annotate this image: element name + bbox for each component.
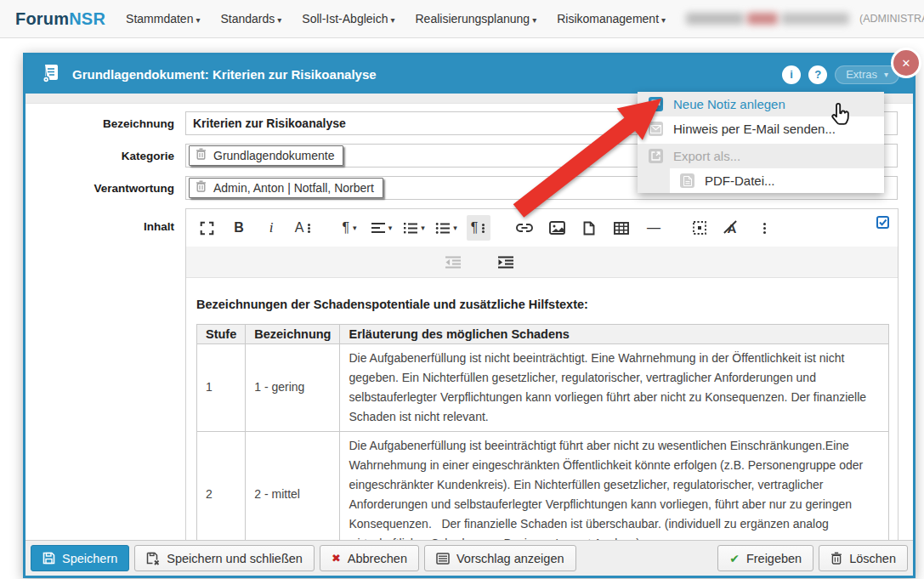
chevron-down-icon: ▾ <box>532 15 536 25</box>
table-cell-erlaeuterung-2: Die Aufgabenerfüllung ist beeinträchtigt… <box>340 431 889 542</box>
trash-icon <box>830 552 842 565</box>
clear-format-button[interactable]: A <box>720 215 744 241</box>
align-left-icon <box>371 222 385 234</box>
schadenspotentiale-table: Stufe Bezeichnung Erläuterung des möglic… <box>196 324 889 542</box>
more-dots-icon <box>308 227 310 230</box>
document-scroll-icon <box>39 62 61 88</box>
horizontal-rule-button[interactable]: — <box>642 215 666 241</box>
extras-button[interactable]: Extras▾ <box>835 65 899 84</box>
inhalt-label: Inhalt <box>26 220 174 233</box>
bold-button[interactable]: B <box>227 215 251 241</box>
menu-risikomanagement[interactable]: Risikomanagement▾ <box>557 12 666 26</box>
insert-file-button[interactable] <box>577 215 601 241</box>
rich-text-editor: B i A ¶▾ ▾ ▾ <box>185 208 898 542</box>
table-cell-stufe-2: 2 <box>197 431 246 542</box>
font-size-button[interactable]: A <box>292 215 315 241</box>
chevron-down-icon: ▾ <box>884 70 888 79</box>
unordered-list-button[interactable]: ▾ <box>434 215 458 241</box>
paragraph-style-button[interactable]: ¶ <box>467 215 490 241</box>
dotted-box-icon <box>693 221 706 235</box>
menu-item-export-as: Export als... <box>638 144 884 168</box>
italic-button[interactable]: i <box>259 215 283 241</box>
table-cell-stufe-1: 1 <box>197 344 246 432</box>
kategorie-tag[interactable]: Grundlagendokumente <box>189 145 343 166</box>
menu-item-new-note[interactable]: Neue Notiz anlegen <box>638 92 884 116</box>
align-button[interactable]: ▾ <box>370 215 394 241</box>
table-cell-bezeichnung-1: 1 - gering <box>246 344 340 432</box>
more-dots-icon <box>482 227 485 230</box>
table-row: 2 2 - mittel Die Aufgabenerfüllung ist b… <box>197 431 889 542</box>
link-icon <box>516 223 533 233</box>
paragraph-format-button[interactable]: ¶▾ <box>337 215 361 241</box>
ordered-list-button[interactable]: ▾ <box>402 215 426 241</box>
menu-standards[interactable]: Standards▾ <box>220 12 281 26</box>
envelope-icon <box>649 122 663 136</box>
indent-button[interactable] <box>494 249 518 275</box>
user-role-label: (ADMINISTRATOR) <box>859 13 924 25</box>
save-icon <box>43 552 55 565</box>
user-menu[interactable]: (ADMINISTRATOR) ▾ <box>686 13 924 25</box>
chevron-down-icon: ▾ <box>277 15 281 25</box>
table-header-erlaeuterung: Erläuterung des möglichen Schadens <box>340 325 889 344</box>
verantwortung-label: Verantwortung <box>26 182 174 195</box>
save-button[interactable]: Speichern <box>31 545 129 571</box>
dialog-header: Grundlagendokument: Kriterien zur Risiko… <box>26 55 913 94</box>
help-icon: ? <box>814 68 821 81</box>
verantwortung-tag[interactable]: Admin, Anton | Notfall, Norbert <box>189 178 383 198</box>
ordered-list-icon <box>403 222 417 235</box>
delete-button[interactable]: Löschen <box>819 545 908 571</box>
redacted-username <box>747 13 778 25</box>
outdent-button[interactable] <box>441 249 465 275</box>
table-header-row: Stufe Bezeichnung Erläuterung des möglic… <box>197 325 889 344</box>
content-heading: Bezeichnungen der Schadenspotentiale und… <box>196 298 889 311</box>
select-all-button[interactable] <box>688 215 711 241</box>
menu-item-email-hint[interactable]: Hinweis per E-Mail senden... <box>638 116 884 141</box>
app-window: ForumNSR Stammdaten▾ Standards▾ Soll-Ist… <box>0 0 924 579</box>
table-header-stufe: Stufe <box>197 325 246 344</box>
table-row: 1 1 - gering Die Aufgabenerfüllung ist n… <box>197 344 889 432</box>
chevron-down-icon: ▾ <box>353 224 357 232</box>
fullscreen-button[interactable] <box>195 215 218 241</box>
trash-icon[interactable] <box>196 180 207 195</box>
logo-part-1: Forum <box>15 9 69 28</box>
list-icon <box>436 553 450 565</box>
kebab-menu-icon <box>763 227 766 230</box>
note-icon <box>649 97 663 111</box>
menu-item-pdf-file[interactable]: PDF-Datei... <box>638 168 884 193</box>
release-button[interactable]: ✔ Freigeben <box>717 545 813 571</box>
trash-icon[interactable] <box>196 148 207 162</box>
outdent-icon <box>445 256 461 269</box>
help-button[interactable]: ? <box>808 65 827 84</box>
info-icon: i <box>790 68 793 81</box>
close-button[interactable]: ✕ <box>891 48 921 78</box>
editor-checkbox[interactable] <box>876 216 889 232</box>
chevron-down-icon: ▾ <box>390 15 394 25</box>
insert-image-button[interactable] <box>545 215 569 241</box>
menu-stammdaten[interactable]: Stammdaten▾ <box>126 12 200 26</box>
save-and-close-button[interactable]: Speichern und schließen <box>134 545 315 571</box>
chevron-down-icon: ▾ <box>453 224 457 232</box>
info-button[interactable]: i <box>782 65 801 84</box>
close-icon: ✕ <box>902 57 911 70</box>
editor-content-area[interactable]: Bezeichnungen der Schadenspotentiale und… <box>186 278 898 542</box>
top-navbar: ForumNSR Stammdaten▾ Standards▾ Soll-Ist… <box>0 0 924 38</box>
chevron-down-icon: ▾ <box>388 224 393 232</box>
table-cell-bezeichnung-2: 2 - mittel <box>246 431 340 542</box>
app-logo[interactable]: ForumNSR <box>15 9 105 29</box>
insert-table-button[interactable] <box>609 215 633 241</box>
kategorie-tag-label: Grundlagendokumente <box>213 149 334 162</box>
menu-realisierungsplanung[interactable]: Realisierungsplanung▾ <box>416 12 537 26</box>
pdf-file-icon <box>680 173 694 188</box>
show-proposal-button[interactable]: Vorschlag anzeigen <box>424 545 576 571</box>
insert-link-button[interactable] <box>513 215 536 241</box>
redacted-username <box>781 13 849 25</box>
logo-part-2: NSR <box>69 9 105 28</box>
red-x-icon: ✖ <box>332 552 341 565</box>
more-options-button[interactable] <box>752 215 776 241</box>
menu-soll-ist-abgleich[interactable]: Soll-Ist-Abgleich▾ <box>302 12 394 26</box>
file-icon <box>583 221 595 236</box>
dialog-footer: Speichern Speichern und schließen ✖ Abbr… <box>26 540 913 576</box>
extras-dropdown-menu: Neue Notiz anlegen Hinweis per E-Mail se… <box>638 92 884 193</box>
green-check-icon: ✔ <box>729 552 740 565</box>
cancel-button[interactable]: ✖ Abbrechen <box>320 545 419 571</box>
